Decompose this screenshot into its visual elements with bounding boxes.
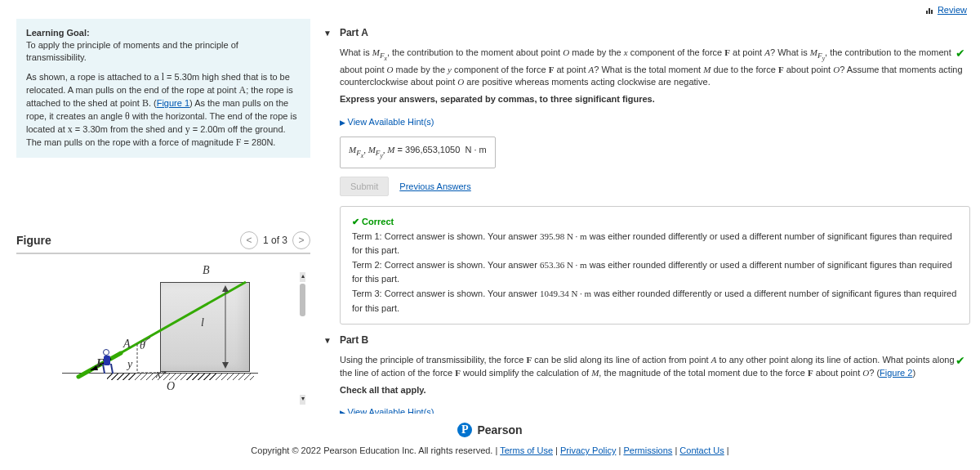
part-b-check-all: Check all that apply.: [340, 384, 970, 396]
part-b-title: Part B: [340, 334, 368, 346]
part-a-answer-units: N · m: [465, 145, 486, 154]
figure-prev-button[interactable]: <: [240, 231, 258, 249]
terms-link[interactable]: Terms of Use: [500, 445, 553, 455]
correct-term-3: Term 3: Correct answer is shown. Your an…: [352, 287, 958, 316]
figure-label-O: O: [167, 380, 175, 393]
copyright-text: Copyright © 2022 Pearson Education Inc. …: [251, 445, 497, 455]
figure-section-label: Figure: [16, 234, 240, 247]
review-link[interactable]: Review: [926, 5, 967, 15]
submit-button[interactable]: Submit: [340, 177, 389, 196]
bars-icon: [926, 6, 934, 14]
scroll-up-button[interactable]: ▴: [300, 272, 305, 282]
figure-label-theta: θ: [140, 339, 145, 352]
learning-goal-heading: Learning Goal:: [26, 28, 90, 38]
privacy-link[interactable]: Privacy Policy: [560, 445, 616, 455]
figure-2-link[interactable]: Figure 2: [880, 368, 912, 378]
previous-answers-link[interactable]: Previous Answers: [399, 181, 470, 191]
learning-goal-box: Learning Goal: To apply the principle of…: [16, 19, 310, 158]
pearson-logo-icon: P: [457, 423, 472, 437]
figure-label-l: l: [201, 316, 204, 329]
part-a-answer-box: MFx, MFy, M = 396,653,1050 N · m: [340, 137, 496, 168]
figure-next-button[interactable]: >: [292, 231, 310, 249]
contact-link[interactable]: Contact Us: [679, 445, 724, 455]
permissions-link[interactable]: Permissions: [623, 445, 672, 455]
correct-term-1: Term 1: Correct answer is shown. Your an…: [352, 230, 958, 258]
part-a-instruction: Express your answers, separated by comma…: [340, 93, 970, 105]
figure-1-link[interactable]: Figure 1: [157, 98, 189, 108]
part-b-check-icon: ✔: [956, 354, 965, 367]
pearson-brand: Pearson: [477, 423, 522, 436]
part-a-feedback-box: Correct Term 1: Correct answer is shown.…: [340, 206, 970, 325]
part-a-collapse-toggle[interactable]: ▼: [323, 29, 332, 38]
part-b-question: Using the principle of transmissibility,…: [340, 354, 970, 379]
figure-label-x: x: [156, 368, 161, 381]
correct-term-2: Term 2: Correct answer is shown. Your an…: [352, 258, 958, 287]
part-a-question: What is MFx, the contribution to the mom…: [340, 47, 970, 88]
review-label: Review: [938, 5, 967, 15]
figure-label-y: y: [127, 358, 132, 371]
learning-goal-line1: To apply the principle of moments and th…: [26, 40, 238, 62]
figure-label-B: B: [203, 264, 210, 277]
figure-pager-text: 1 of 3: [263, 235, 287, 246]
figure-canvas: B A O θ F x y l: [16, 266, 304, 429]
figure-label-A: A: [123, 338, 131, 351]
correct-heading: Correct: [352, 215, 958, 230]
figure-scrollbar[interactable]: ▴ ▾: [300, 272, 305, 405]
part-a-answer-value: 396,653,1050: [405, 145, 460, 154]
scroll-down-button[interactable]: ▾: [300, 395, 305, 405]
footer: P Pearson Copyright © 2022 Pearson Educa…: [0, 414, 980, 470]
part-a-title: Part A: [340, 27, 368, 38]
part-a-check-icon: ✔: [956, 47, 965, 60]
figure-label-F: F: [96, 357, 104, 370]
learning-goal-paragraph: As shown, a rope is attached to a l = 5.…: [26, 70, 301, 150]
part-a-hints-link[interactable]: View Available Hint(s): [340, 116, 434, 128]
part-b-collapse-toggle[interactable]: ▼: [323, 336, 332, 345]
